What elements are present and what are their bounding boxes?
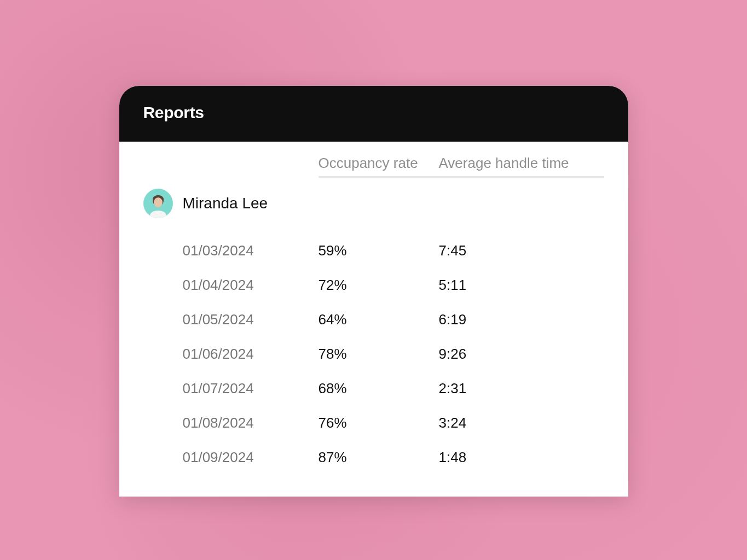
reports-card: Reports Occupancy rate Average handle ti… — [119, 86, 628, 497]
table-row[interactable]: 01/04/202472%5:11 — [143, 268, 604, 302]
header-underline — [319, 176, 604, 178]
date-cell: 01/09/2024 — [143, 449, 319, 466]
table-row[interactable]: 01/09/202487%1:48 — [143, 440, 604, 475]
date-cell: 01/07/2024 — [143, 380, 319, 397]
date-cell: 01/06/2024 — [143, 346, 319, 363]
avatar-person-icon — [146, 192, 170, 218]
table-row[interactable]: 01/06/202478%9:26 — [143, 337, 604, 371]
occupancy-cell: 68% — [319, 380, 439, 397]
card-header: Reports — [119, 86, 628, 142]
table-row[interactable]: 01/08/202476%3:24 — [143, 406, 604, 440]
handle-time-cell: 3:24 — [439, 415, 604, 431]
column-header-occupancy[interactable]: Occupancy rate — [319, 155, 439, 172]
table-row[interactable]: 01/03/202459%7:45 — [143, 234, 604, 268]
agent-name: Miranda Lee — [183, 195, 268, 212]
handle-time-cell: 2:31 — [439, 380, 604, 397]
handle-time-cell: 5:11 — [439, 277, 604, 294]
date-cell: 01/03/2024 — [143, 242, 319, 259]
svg-point-1 — [154, 197, 163, 207]
date-cell: 01/04/2024 — [143, 277, 319, 294]
card-title: Reports — [143, 103, 604, 122]
handle-time-cell: 9:26 — [439, 346, 604, 363]
date-cell: 01/05/2024 — [143, 311, 319, 328]
occupancy-cell: 87% — [319, 449, 439, 466]
table-row[interactable]: 01/05/202464%6:19 — [143, 302, 604, 337]
occupancy-cell: 59% — [319, 242, 439, 259]
table-row[interactable]: 01/07/202468%2:31 — [143, 371, 604, 406]
occupancy-cell: 76% — [319, 415, 439, 431]
date-cell: 01/08/2024 — [143, 415, 319, 431]
occupancy-cell: 78% — [319, 346, 439, 363]
occupancy-cell: 64% — [319, 311, 439, 328]
columns-header-row: Occupancy rate Average handle time — [143, 155, 604, 176]
data-rows-container: 01/03/202459%7:4501/04/202472%5:1101/05/… — [143, 234, 604, 475]
avatar — [143, 189, 173, 218]
handle-time-cell: 1:48 — [439, 449, 604, 466]
column-header-handle-time[interactable]: Average handle time — [439, 155, 604, 172]
handle-time-cell: 6:19 — [439, 311, 604, 328]
occupancy-cell: 72% — [319, 277, 439, 294]
card-body: Occupancy rate Average handle time Miran… — [119, 142, 628, 497]
agent-row[interactable]: Miranda Lee — [143, 189, 604, 218]
handle-time-cell: 7:45 — [439, 242, 604, 259]
